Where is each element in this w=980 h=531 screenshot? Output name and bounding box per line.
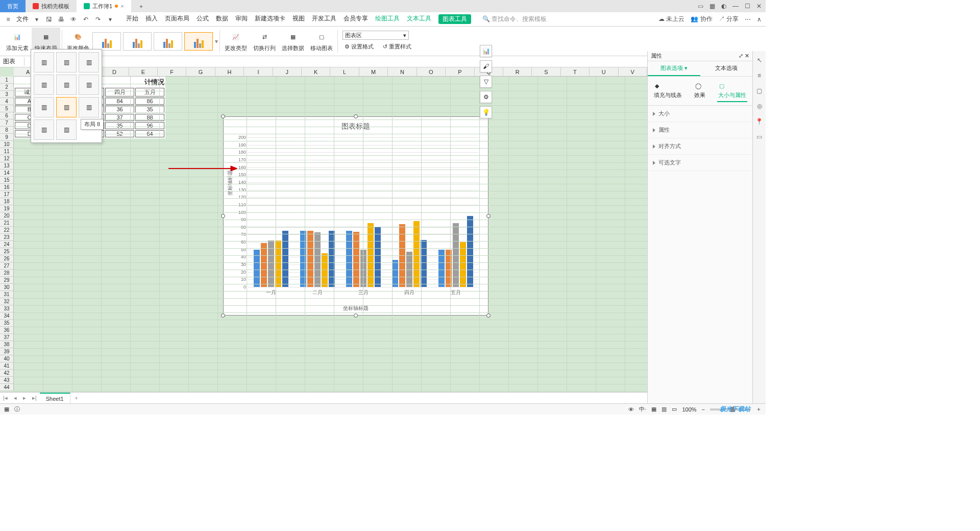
chart-brush-button[interactable]: 🖌 <box>480 60 492 73</box>
styles-more-icon[interactable]: ▾ <box>215 38 218 45</box>
rail-style-icon[interactable]: ≡ <box>755 71 764 80</box>
coop-button[interactable]: 👥 协作 <box>691 15 712 23</box>
row-header[interactable]: 12 <box>0 155 13 162</box>
layout-opt-9[interactable]: ▥ <box>79 97 99 117</box>
row-header[interactable]: 20 <box>0 212 13 220</box>
row-header[interactable]: 39 <box>0 348 13 355</box>
swap-rowcol-button[interactable]: ⇄切换行列 <box>250 28 279 55</box>
chart-bar[interactable] <box>268 240 274 287</box>
col-header[interactable]: V <box>619 67 647 76</box>
menu-icon[interactable]: ≡ <box>4 15 12 23</box>
minimize-icon[interactable]: — <box>732 3 739 10</box>
menu-text-tools[interactable]: 文本工具 <box>407 14 431 24</box>
pane-sub-size[interactable]: ▢大小与属性 <box>717 79 747 102</box>
row-header[interactable]: 38 <box>0 341 13 348</box>
rail-location-icon[interactable]: ◎ <box>755 102 764 110</box>
layout-opt-2[interactable]: ▥ <box>56 52 77 73</box>
menu-start[interactable]: 开始 <box>126 14 138 24</box>
y-axis-label[interactable]: 坐标轴标题 <box>227 170 234 196</box>
close-window-icon[interactable]: ✕ <box>756 3 762 10</box>
resize-handle[interactable] <box>221 114 225 118</box>
chart-bar[interactable] <box>392 260 398 287</box>
chart-bar[interactable] <box>460 242 466 287</box>
col-header[interactable]: T <box>561 67 590 76</box>
col-header[interactable]: M <box>359 67 388 76</box>
row-header[interactable]: 17 <box>0 191 13 198</box>
col-header[interactable]: E <box>129 67 158 76</box>
row-header[interactable]: 16 <box>0 184 13 191</box>
row-header[interactable]: 32 <box>0 298 13 305</box>
col-header[interactable]: U <box>590 67 618 76</box>
chart-bar[interactable] <box>346 231 352 287</box>
pane-section-align[interactable]: 对齐方式 <box>648 138 752 155</box>
maximize-icon[interactable]: ☐ <box>745 3 750 10</box>
cells-area[interactable]: 计情况城市三月四月五月A368486B743635C473788D883596E… <box>14 77 647 403</box>
sheet-prev-icon[interactable]: ◂ <box>11 395 20 401</box>
save-icon[interactable]: ▾ <box>33 15 41 23</box>
pane-section-props[interactable]: 属性 <box>648 122 752 138</box>
chart-bar[interactable] <box>322 253 328 287</box>
search-input[interactable]: 🔍 查找命令、搜索模板 <box>482 15 547 23</box>
cloud-status[interactable]: ☁ 未上云 <box>658 15 684 23</box>
qat-preview-icon[interactable]: 👁 <box>69 15 78 23</box>
pane-section-size[interactable]: 大小 <box>648 106 752 122</box>
grid-icon[interactable]: ▦ <box>709 3 715 10</box>
col-header[interactable]: L <box>330 67 359 76</box>
tab-template[interactable]: 找稻壳模板 <box>26 0 77 12</box>
menu-review[interactable]: 审阅 <box>235 14 248 24</box>
row-header[interactable]: 5 <box>0 105 13 112</box>
col-header[interactable]: D <box>100 67 129 76</box>
style-2[interactable] <box>123 32 152 51</box>
row-header[interactable]: 11 <box>0 148 13 155</box>
close-icon[interactable]: × <box>120 3 124 9</box>
col-header[interactable]: J <box>273 67 302 76</box>
col-header[interactable]: I <box>244 67 273 76</box>
menu-data[interactable]: 数据 <box>216 14 228 24</box>
row-header[interactable]: 34 <box>0 312 13 320</box>
qat-redo-icon[interactable]: ↷ <box>94 15 102 23</box>
col-header[interactable]: G <box>186 67 215 76</box>
name-box[interactable]: 图表 <box>0 57 24 66</box>
zoom-in-icon[interactable]: ＋ <box>756 405 762 413</box>
chart-idea-button[interactable]: 💡 <box>480 106 492 118</box>
row-header[interactable]: 35 <box>0 320 13 327</box>
row-header[interactable]: 3 <box>0 91 13 98</box>
status-ime-icon[interactable]: 中· <box>639 405 646 413</box>
menu-view[interactable]: 视图 <box>292 14 305 24</box>
set-format-button[interactable]: ⚙ 设置格式 <box>342 42 376 52</box>
chart-settings-button[interactable]: ⚙ <box>480 91 492 103</box>
row-header[interactable]: 29 <box>0 277 13 284</box>
chart-area-select[interactable]: 图表区▾ <box>342 31 409 40</box>
rail-more-icon[interactable]: ▭ <box>755 133 764 141</box>
row-header[interactable]: 27 <box>0 262 13 270</box>
pane-pin-icon[interactable]: ⤢ <box>739 53 743 59</box>
row-header[interactable]: 41 <box>0 363 13 370</box>
layout-opt-6[interactable]: ▥ <box>79 75 99 95</box>
row-header[interactable]: 26 <box>0 255 13 262</box>
rail-layer-icon[interactable]: ▢ <box>755 87 764 95</box>
chart-bar[interactable] <box>261 243 267 287</box>
qat-dropdown-icon[interactable]: ▾ <box>106 15 114 23</box>
row-header[interactable]: 6 <box>0 112 13 119</box>
pane-close-icon[interactable]: ✕ <box>745 53 749 59</box>
col-header[interactable]: N <box>388 67 416 76</box>
col-header[interactable]: H <box>215 67 244 76</box>
row-header[interactable]: 19 <box>0 205 13 212</box>
row-header[interactable]: 23 <box>0 234 13 241</box>
row-header[interactable]: 4 <box>0 98 13 105</box>
status-view1-icon[interactable]: ▦ <box>651 406 656 413</box>
row-header[interactable]: 18 <box>0 198 13 205</box>
chart-elements-button[interactable]: 📊 <box>480 45 492 57</box>
sheet-tab[interactable]: Sheet1 <box>40 393 70 403</box>
resize-handle[interactable] <box>354 313 358 318</box>
col-header[interactable]: R <box>503 67 532 76</box>
sheet-next-icon[interactable]: ▸ <box>20 395 29 401</box>
layout-opt-7[interactable]: ▥ <box>34 97 54 117</box>
row-header[interactable]: 15 <box>0 177 13 184</box>
row-header[interactable]: 43 <box>0 377 13 384</box>
status-info-icon[interactable]: ⓘ <box>14 405 20 413</box>
menu-vip[interactable]: 会员专享 <box>344 14 368 24</box>
row-header[interactable]: 25 <box>0 248 13 255</box>
sheet-last-icon[interactable]: ▸| <box>29 395 40 401</box>
resize-handle[interactable] <box>486 313 491 318</box>
